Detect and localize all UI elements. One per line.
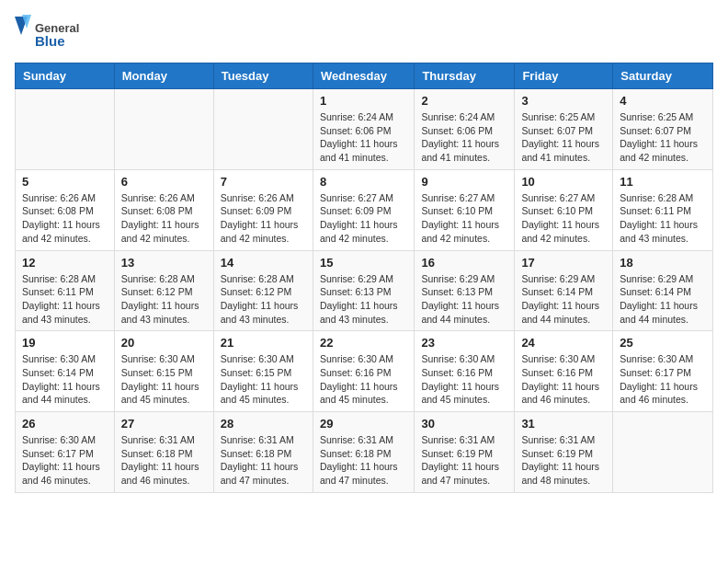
sunrise-time: Sunrise: 6:27 AM (521, 192, 595, 203)
day-info: Sunrise: 6:30 AMSunset: 6:16 PMDaylight:… (320, 352, 407, 407)
day-number: 12 (22, 256, 108, 270)
sunrise-time: Sunrise: 6:30 AM (421, 353, 495, 364)
calendar-cell: 23Sunrise: 6:30 AMSunset: 6:16 PMDayligh… (415, 331, 515, 412)
calendar-cell: 4Sunrise: 6:25 AMSunset: 6:07 PMDaylight… (613, 89, 713, 170)
day-info: Sunrise: 6:30 AMSunset: 6:15 PMDaylight:… (121, 352, 207, 407)
daylight-hours: Daylight: 11 hours and 42 minutes. (221, 219, 299, 244)
day-info: Sunrise: 6:26 AMSunset: 6:08 PMDaylight:… (121, 191, 207, 246)
sunrise-time: Sunrise: 6:28 AM (121, 273, 195, 284)
day-number: 24 (521, 336, 606, 350)
daylight-hours: Daylight: 11 hours and 44 minutes. (620, 300, 698, 325)
day-number: 20 (121, 336, 207, 350)
day-number: 30 (421, 417, 507, 431)
sunrise-time: Sunrise: 6:30 AM (22, 353, 96, 364)
weekday-header-friday: Friday (515, 63, 613, 89)
sunset-time: Sunset: 6:16 PM (421, 367, 493, 378)
calendar-cell: 28Sunrise: 6:31 AMSunset: 6:18 PMDayligh… (213, 412, 313, 493)
daylight-hours: Daylight: 11 hours and 41 minutes. (521, 138, 599, 163)
day-info: Sunrise: 6:28 AMSunset: 6:12 PMDaylight:… (221, 272, 306, 327)
daylight-hours: Daylight: 11 hours and 45 minutes. (221, 381, 299, 406)
calendar-week-row: 5Sunrise: 6:26 AMSunset: 6:08 PMDaylight… (16, 169, 713, 250)
sunset-time: Sunset: 6:09 PM (221, 205, 292, 216)
calendar-cell: 15Sunrise: 6:29 AMSunset: 6:13 PMDayligh… (313, 250, 414, 331)
sunset-time: Sunset: 6:08 PM (22, 205, 94, 216)
day-number: 3 (521, 94, 606, 108)
sunset-time: Sunset: 6:15 PM (221, 367, 292, 378)
calendar-cell: 3Sunrise: 6:25 AMSunset: 6:07 PMDaylight… (515, 89, 613, 170)
calendar-cell: 31Sunrise: 6:31 AMSunset: 6:19 PMDayligh… (515, 412, 613, 493)
daylight-hours: Daylight: 11 hours and 46 minutes. (521, 381, 599, 406)
day-info: Sunrise: 6:29 AMSunset: 6:13 PMDaylight:… (320, 272, 407, 327)
daylight-hours: Daylight: 11 hours and 47 minutes. (421, 461, 499, 486)
day-info: Sunrise: 6:31 AMSunset: 6:18 PMDaylight:… (320, 433, 407, 488)
calendar-cell (16, 89, 115, 170)
calendar-cell: 12Sunrise: 6:28 AMSunset: 6:11 PMDayligh… (16, 250, 115, 331)
day-number: 14 (221, 256, 306, 270)
sunset-time: Sunset: 6:18 PM (221, 448, 292, 459)
sunset-time: Sunset: 6:06 PM (320, 125, 392, 136)
daylight-hours: Daylight: 11 hours and 41 minutes. (320, 138, 398, 163)
sunrise-time: Sunrise: 6:31 AM (121, 434, 195, 445)
sunrise-time: Sunrise: 6:29 AM (320, 273, 393, 284)
calendar-cell: 26Sunrise: 6:30 AMSunset: 6:17 PMDayligh… (16, 412, 115, 493)
daylight-hours: Daylight: 11 hours and 43 minutes. (22, 300, 100, 325)
day-number: 2 (421, 94, 507, 108)
sunrise-time: Sunrise: 6:28 AM (221, 273, 294, 284)
sunset-time: Sunset: 6:11 PM (620, 205, 691, 216)
day-info: Sunrise: 6:27 AMSunset: 6:09 PMDaylight:… (320, 191, 407, 246)
day-info: Sunrise: 6:30 AMSunset: 6:16 PMDaylight:… (421, 352, 507, 407)
day-number: 31 (521, 417, 606, 431)
sunrise-time: Sunrise: 6:30 AM (320, 353, 393, 364)
sunrise-time: Sunrise: 6:30 AM (221, 353, 294, 364)
day-info: Sunrise: 6:29 AMSunset: 6:14 PMDaylight:… (521, 272, 606, 327)
sunrise-time: Sunrise: 6:30 AM (521, 353, 595, 364)
weekday-header-tuesday: Tuesday (213, 63, 313, 89)
daylight-hours: Daylight: 11 hours and 45 minutes. (320, 381, 398, 406)
sunrise-time: Sunrise: 6:25 AM (620, 111, 693, 122)
weekday-header-saturday: Saturday (613, 63, 713, 89)
daylight-hours: Daylight: 11 hours and 42 minutes. (521, 219, 599, 244)
daylight-hours: Daylight: 11 hours and 47 minutes. (320, 461, 398, 486)
sunrise-time: Sunrise: 6:31 AM (521, 434, 595, 445)
sunset-time: Sunset: 6:16 PM (320, 367, 392, 378)
sunset-time: Sunset: 6:08 PM (121, 205, 193, 216)
daylight-hours: Daylight: 11 hours and 41 minutes. (421, 138, 499, 163)
calendar-week-row: 1Sunrise: 6:24 AMSunset: 6:06 PMDaylight… (16, 89, 713, 170)
calendar-cell: 13Sunrise: 6:28 AMSunset: 6:12 PMDayligh… (114, 250, 213, 331)
sunset-time: Sunset: 6:19 PM (521, 448, 593, 459)
sunset-time: Sunset: 6:19 PM (421, 448, 493, 459)
calendar-cell (613, 412, 713, 493)
sunrise-time: Sunrise: 6:26 AM (221, 192, 294, 203)
day-info: Sunrise: 6:29 AMSunset: 6:14 PMDaylight:… (620, 272, 706, 327)
day-info: Sunrise: 6:28 AMSunset: 6:11 PMDaylight:… (22, 272, 108, 327)
sunrise-time: Sunrise: 6:27 AM (421, 192, 495, 203)
day-number: 26 (22, 417, 108, 431)
day-info: Sunrise: 6:29 AMSunset: 6:13 PMDaylight:… (421, 272, 507, 327)
day-info: Sunrise: 6:31 AMSunset: 6:18 PMDaylight:… (221, 433, 306, 488)
calendar-cell: 27Sunrise: 6:31 AMSunset: 6:18 PMDayligh… (114, 412, 213, 493)
calendar-cell: 25Sunrise: 6:30 AMSunset: 6:17 PMDayligh… (613, 331, 713, 412)
day-info: Sunrise: 6:25 AMSunset: 6:07 PMDaylight:… (620, 110, 706, 165)
day-info: Sunrise: 6:28 AMSunset: 6:12 PMDaylight:… (121, 272, 207, 327)
sunrise-time: Sunrise: 6:31 AM (320, 434, 393, 445)
day-number: 15 (320, 256, 407, 270)
calendar-cell: 11Sunrise: 6:28 AMSunset: 6:11 PMDayligh… (613, 169, 713, 250)
sunrise-time: Sunrise: 6:31 AM (421, 434, 495, 445)
day-number: 25 (620, 336, 706, 350)
daylight-hours: Daylight: 11 hours and 47 minutes. (221, 461, 299, 486)
day-number: 5 (22, 175, 108, 189)
sunset-time: Sunset: 6:14 PM (22, 367, 94, 378)
sunrise-time: Sunrise: 6:27 AM (320, 192, 393, 203)
sunset-time: Sunset: 6:07 PM (521, 125, 593, 136)
calendar-cell (213, 89, 313, 170)
sunset-time: Sunset: 6:13 PM (421, 286, 493, 297)
day-number: 29 (320, 417, 407, 431)
calendar-cell: 7Sunrise: 6:26 AMSunset: 6:09 PMDaylight… (213, 169, 313, 250)
day-number: 9 (421, 175, 507, 189)
calendar-cell: 21Sunrise: 6:30 AMSunset: 6:15 PMDayligh… (213, 331, 313, 412)
sunrise-time: Sunrise: 6:29 AM (620, 273, 693, 284)
weekday-header-monday: Monday (114, 63, 213, 89)
calendar-cell: 20Sunrise: 6:30 AMSunset: 6:15 PMDayligh… (114, 331, 213, 412)
sunset-time: Sunset: 6:13 PM (320, 286, 392, 297)
daylight-hours: Daylight: 11 hours and 42 minutes. (421, 219, 499, 244)
